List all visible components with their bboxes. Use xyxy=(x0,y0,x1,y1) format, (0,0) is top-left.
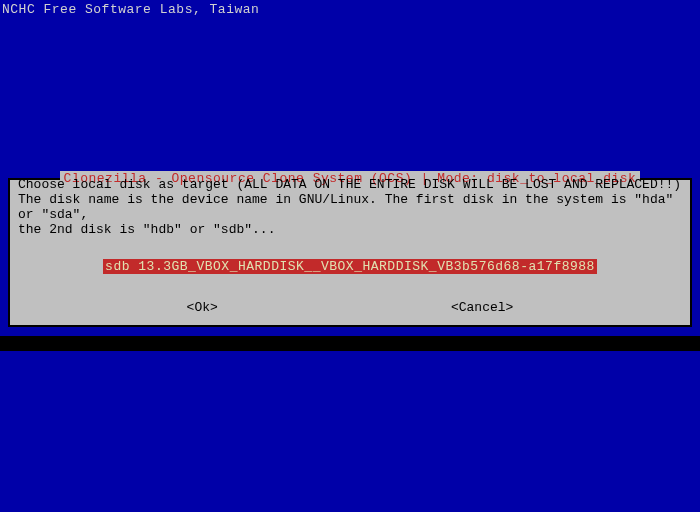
body-line: Choose local disk as target (ALL DATA ON… xyxy=(18,177,682,192)
page-header: NCHC Free Software Labs, Taiwan xyxy=(0,0,700,19)
ok-button[interactable]: <Ok> xyxy=(187,300,218,315)
shadow-bar xyxy=(0,336,700,351)
disk-list[interactable]: sdb 13.3GB_VBOX_HARDDISK__VBOX_HARDDISK_… xyxy=(10,241,690,282)
cancel-button[interactable]: <Cancel> xyxy=(451,300,513,315)
body-line: the 2nd disk is "hdb" or "sdb"... xyxy=(18,222,682,237)
target-disk-dialog: Clonezilla - Opensource Clone System (OC… xyxy=(8,178,692,327)
body-line: The disk name is the device name in GNU/… xyxy=(18,192,682,222)
dialog-body: Choose local disk as target (ALL DATA ON… xyxy=(10,171,690,241)
dialog-buttons: <Ok> <Cancel> xyxy=(10,282,690,325)
disk-option-selected[interactable]: sdb 13.3GB_VBOX_HARDDISK__VBOX_HARDDISK_… xyxy=(103,259,597,274)
